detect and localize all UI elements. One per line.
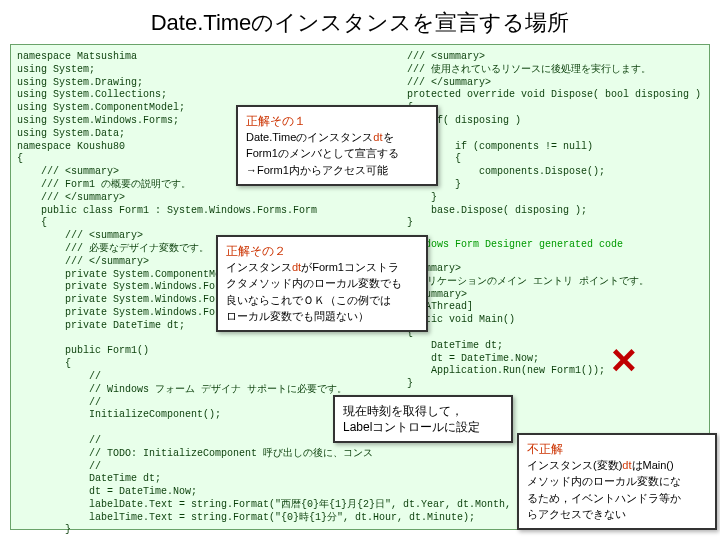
callout-correct-1: 正解その１ Date.Timeのインスタンスdtを Form1のメンバとして宣言… bbox=[236, 105, 438, 186]
incorrect-x-icon: × bbox=[611, 335, 637, 385]
callout1-head: 正解その１ bbox=[246, 114, 306, 128]
code-block-right-top: /// <summary> /// 使用されているリソースに後処理を実行します。… bbox=[401, 45, 720, 236]
slide-panel: namespace Matsushima using System; using… bbox=[10, 44, 710, 530]
code-block-main: <summary> アプリケーションのメイン エントリ ポイントです。 </su… bbox=[401, 257, 720, 397]
callout4-head: 不正解 bbox=[527, 442, 563, 456]
page-title: Date.Timeのインスタンスを宣言する場所 bbox=[0, 0, 720, 42]
callout-incorrect: 不正解 インスタンス(変数)dtはMain() メソッド内のローカル変数にな る… bbox=[517, 433, 717, 530]
callout-correct-2: 正解その２ インスタンスdtがForm1コンストラ クタメソッド内のローカル変数… bbox=[216, 235, 428, 332]
callout2-head: 正解その２ bbox=[226, 244, 286, 258]
callout-note-label: 現在時刻を取得して， Labelコントロールに設定 bbox=[333, 395, 513, 443]
designer-region-hint: Windows Form Designer generated code bbox=[401, 233, 720, 258]
